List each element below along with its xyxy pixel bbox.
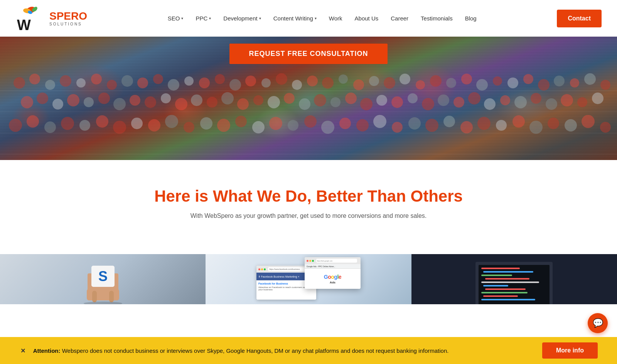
nav-item-seo[interactable]: SEO ▾ <box>163 12 188 25</box>
svg-point-73 <box>468 92 480 104</box>
section-subheading: With WebSpero as your growth partner, ge… <box>174 212 443 219</box>
nav-link-career[interactable]: Career <box>386 12 413 25</box>
logo-web-text: SPERO <box>49 10 87 22</box>
nav-label-ppc: PPC <box>196 15 207 22</box>
svg-point-25 <box>322 77 334 89</box>
nav-label-work: Work <box>329 15 342 22</box>
svg-point-83 <box>27 115 39 128</box>
svg-rect-132 <box>483 271 533 273</box>
svg-rect-127 <box>115 289 119 300</box>
svg-point-57 <box>221 92 234 104</box>
svg-point-116 <box>600 122 611 133</box>
nav-link-development[interactable]: Development ▾ <box>219 12 265 25</box>
svg-point-55 <box>191 94 202 106</box>
svg-point-40 <box>554 76 565 86</box>
ppc-card-visual: https://www.facebook.com/business f Face… <box>206 254 411 304</box>
logo-icon: W <box>15 3 46 34</box>
svg-point-80 <box>577 97 587 107</box>
svg-point-69 <box>408 93 418 103</box>
nav-link-blog[interactable]: Blog <box>460 12 481 25</box>
svg-point-115 <box>582 115 595 128</box>
nav-link-work[interactable]: Work <box>324 12 347 25</box>
heading-part2: Better Than Others <box>316 187 462 205</box>
ppc-card[interactable]: https://www.facebook.com/business f Face… <box>206 254 411 304</box>
nav-link-about-us[interactable]: About Us <box>350 12 383 25</box>
svg-point-56 <box>207 97 217 108</box>
svg-text:W: W <box>17 17 31 33</box>
svg-point-111 <box>512 115 525 128</box>
nav-item-career[interactable]: Career <box>386 12 413 25</box>
nav-item-development[interactable]: Development ▾ <box>219 12 265 25</box>
svg-point-27 <box>353 79 364 90</box>
chevron-down-icon: ▾ <box>209 16 211 20</box>
nav-label-blog: Blog <box>465 15 477 22</box>
nav-item-testimonials[interactable]: Testimonials <box>416 12 457 25</box>
nav-label-content-writing: Content Writing <box>273 15 313 22</box>
heading-part1: Here is What We Do, <box>154 187 312 205</box>
svg-point-22 <box>276 73 287 85</box>
google-browser: https://ads.google.com Google Ads - PPC … <box>305 257 361 289</box>
svg-point-34 <box>461 74 472 84</box>
svg-point-113 <box>548 118 559 129</box>
svg-point-5 <box>13 77 25 89</box>
svg-point-9 <box>76 78 86 88</box>
svg-point-94 <box>217 119 230 132</box>
nav-link-ppc[interactable]: PPC ▾ <box>191 12 216 25</box>
svg-point-99 <box>304 115 317 128</box>
svg-point-18 <box>215 74 225 84</box>
nav-item-about-us[interactable]: About Us <box>350 12 383 25</box>
logo-text: SPERO SOLUTIONS <box>49 10 87 27</box>
svg-point-16 <box>184 76 194 86</box>
svg-rect-136 <box>483 285 508 286</box>
nav-link-testimonials[interactable]: Testimonials <box>416 12 457 25</box>
svg-point-74 <box>484 98 496 110</box>
svg-point-79 <box>561 94 573 106</box>
svg-point-58 <box>237 98 249 110</box>
svg-point-112 <box>529 121 543 134</box>
svg-point-15 <box>168 79 179 91</box>
svg-point-17 <box>199 78 210 88</box>
browser-stack: https://www.facebook.com/business f Face… <box>255 256 362 302</box>
svg-point-63 <box>314 94 326 106</box>
svg-point-53 <box>161 93 171 103</box>
contact-button[interactable]: Contact <box>557 10 602 27</box>
svg-point-95 <box>235 116 247 127</box>
svg-point-105 <box>408 117 421 130</box>
svg-point-101 <box>339 118 351 129</box>
svg-point-81 <box>592 93 604 104</box>
svg-point-49 <box>98 93 110 104</box>
svg-rect-131 <box>481 268 520 269</box>
logo[interactable]: W SPERO SOLUTIONS <box>15 3 87 34</box>
svg-point-75 <box>500 95 510 105</box>
nav-link-seo[interactable]: SEO ▾ <box>163 12 188 25</box>
svg-point-37 <box>507 78 518 88</box>
consultation-button[interactable]: REQUEST FREE CONSULTATION <box>229 44 387 64</box>
svg-point-128 <box>84 302 122 304</box>
nav-item-work[interactable]: Work <box>324 12 347 25</box>
svg-point-71 <box>438 94 449 106</box>
chevron-down-icon: ▾ <box>181 16 183 20</box>
hero-section: REQUEST FREE CONSULTATION <box>0 37 617 160</box>
nav-label-about-us: About Us <box>355 15 379 22</box>
nav-label-career: Career <box>391 15 408 22</box>
svg-point-109 <box>477 117 491 130</box>
svg-point-54 <box>175 98 187 110</box>
svg-point-29 <box>384 77 395 89</box>
svg-point-47 <box>67 94 79 106</box>
what-we-do-section: Here is What We Do, Better Than Others W… <box>0 160 617 235</box>
nav-item-content-writing[interactable]: Content Writing ▾ <box>269 12 321 25</box>
nav-item-blog[interactable]: Blog <box>460 12 481 25</box>
svg-point-30 <box>400 74 410 84</box>
logo-solutions: SOLUTIONS <box>49 22 87 26</box>
navbar: W SPERO SOLUTIONS SEO ▾ PPC ▾ Developmen… <box>0 0 617 37</box>
dev-card[interactable] <box>411 254 617 304</box>
svg-point-84 <box>44 121 56 133</box>
svg-point-100 <box>321 121 334 134</box>
svg-point-7 <box>45 80 55 90</box>
svg-point-72 <box>453 97 464 108</box>
seo-card[interactable]: S <box>0 254 206 304</box>
nav-link-content-writing[interactable]: Content Writing ▾ <box>269 12 321 25</box>
svg-point-82 <box>9 119 22 132</box>
svg-point-26 <box>339 74 348 84</box>
nav-item-ppc[interactable]: PPC ▾ <box>191 12 216 25</box>
